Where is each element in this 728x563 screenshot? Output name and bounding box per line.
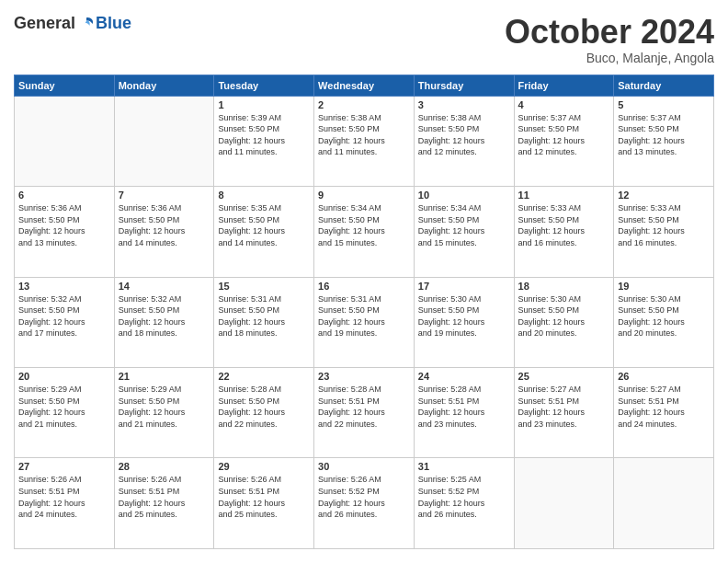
- table-row: 12Sunrise: 5:33 AM Sunset: 5:50 PM Dayli…: [614, 187, 714, 277]
- day-number: 23: [318, 371, 410, 382]
- day-number: 5: [618, 99, 710, 110]
- table-row: 24Sunrise: 5:28 AM Sunset: 5:51 PM Dayli…: [414, 368, 514, 458]
- day-info: Sunrise: 5:34 AM Sunset: 5:50 PM Dayligh…: [418, 202, 510, 248]
- day-number: 14: [119, 281, 210, 292]
- table-row: 9Sunrise: 5:34 AM Sunset: 5:50 PM Daylig…: [314, 187, 415, 277]
- table-row: 1Sunrise: 5:39 AM Sunset: 5:50 PM Daylig…: [214, 96, 314, 186]
- table-row: [114, 96, 214, 186]
- calendar-week-row: 6Sunrise: 5:36 AM Sunset: 5:50 PM Daylig…: [15, 187, 714, 277]
- logo-text: General Blue: [14, 14, 131, 33]
- table-row: 3Sunrise: 5:38 AM Sunset: 5:50 PM Daylig…: [414, 96, 514, 186]
- header-saturday: Saturday: [614, 75, 714, 96]
- day-number: 10: [418, 190, 510, 201]
- table-row: 5Sunrise: 5:37 AM Sunset: 5:50 PM Daylig…: [614, 96, 714, 186]
- calendar-week-row: 1Sunrise: 5:39 AM Sunset: 5:50 PM Daylig…: [15, 96, 714, 186]
- day-info: Sunrise: 5:31 AM Sunset: 5:50 PM Dayligh…: [218, 293, 310, 339]
- day-info: Sunrise: 5:32 AM Sunset: 5:50 PM Dayligh…: [18, 293, 110, 339]
- table-row: 6Sunrise: 5:36 AM Sunset: 5:50 PM Daylig…: [15, 187, 115, 277]
- logo-blue-text: Blue: [96, 14, 131, 33]
- day-number: 15: [218, 281, 310, 292]
- table-row: 19Sunrise: 5:30 AM Sunset: 5:50 PM Dayli…: [614, 277, 714, 367]
- day-number: 19: [618, 281, 710, 292]
- day-info: Sunrise: 5:26 AM Sunset: 5:51 PM Dayligh…: [218, 474, 310, 520]
- calendar-header-row: Sunday Monday Tuesday Wednesday Thursday…: [15, 75, 714, 96]
- day-info: Sunrise: 5:26 AM Sunset: 5:51 PM Dayligh…: [119, 474, 210, 520]
- day-number: 18: [518, 281, 610, 292]
- day-number: 29: [218, 461, 310, 472]
- day-number: 22: [218, 371, 310, 382]
- day-info: Sunrise: 5:38 AM Sunset: 5:50 PM Dayligh…: [318, 112, 410, 158]
- table-row: 31Sunrise: 5:25 AM Sunset: 5:52 PM Dayli…: [414, 458, 514, 549]
- day-info: Sunrise: 5:30 AM Sunset: 5:50 PM Dayligh…: [518, 293, 610, 339]
- logo-general-text: General: [14, 14, 75, 33]
- table-row: 27Sunrise: 5:26 AM Sunset: 5:51 PM Dayli…: [15, 458, 115, 549]
- day-number: 1: [218, 99, 310, 110]
- day-number: 30: [318, 461, 410, 472]
- day-number: 6: [18, 190, 110, 201]
- day-info: Sunrise: 5:26 AM Sunset: 5:51 PM Dayligh…: [18, 474, 110, 520]
- table-row: 7Sunrise: 5:36 AM Sunset: 5:50 PM Daylig…: [114, 187, 214, 277]
- day-number: 24: [418, 371, 510, 382]
- day-number: 13: [18, 281, 110, 292]
- day-info: Sunrise: 5:26 AM Sunset: 5:52 PM Dayligh…: [318, 474, 410, 520]
- table-row: 26Sunrise: 5:27 AM Sunset: 5:51 PM Dayli…: [614, 368, 714, 458]
- day-info: Sunrise: 5:30 AM Sunset: 5:50 PM Dayligh…: [618, 293, 710, 339]
- header-tuesday: Tuesday: [214, 75, 314, 96]
- calendar-week-row: 20Sunrise: 5:29 AM Sunset: 5:50 PM Dayli…: [15, 368, 714, 458]
- day-info: Sunrise: 5:33 AM Sunset: 5:50 PM Dayligh…: [618, 202, 710, 248]
- day-number: 17: [418, 281, 510, 292]
- day-info: Sunrise: 5:33 AM Sunset: 5:50 PM Dayligh…: [518, 202, 610, 248]
- day-info: Sunrise: 5:37 AM Sunset: 5:50 PM Dayligh…: [518, 112, 610, 158]
- day-info: Sunrise: 5:31 AM Sunset: 5:50 PM Dayligh…: [318, 293, 410, 339]
- table-row: 16Sunrise: 5:31 AM Sunset: 5:50 PM Dayli…: [314, 277, 415, 367]
- header: General Blue October 2024 Buco, Malanje,…: [14, 14, 714, 65]
- day-info: Sunrise: 5:37 AM Sunset: 5:50 PM Dayligh…: [618, 112, 710, 158]
- day-info: Sunrise: 5:36 AM Sunset: 5:50 PM Dayligh…: [18, 202, 110, 248]
- page: General Blue October 2024 Buco, Malanje,…: [0, 0, 728, 563]
- table-row: 18Sunrise: 5:30 AM Sunset: 5:50 PM Dayli…: [514, 277, 614, 367]
- day-info: Sunrise: 5:27 AM Sunset: 5:51 PM Dayligh…: [618, 384, 710, 430]
- day-info: Sunrise: 5:38 AM Sunset: 5:50 PM Dayligh…: [418, 112, 510, 158]
- table-row: 4Sunrise: 5:37 AM Sunset: 5:50 PM Daylig…: [514, 96, 614, 186]
- logo-bird-icon: [77, 15, 96, 33]
- day-number: 31: [418, 461, 510, 472]
- day-info: Sunrise: 5:36 AM Sunset: 5:50 PM Dayligh…: [119, 202, 210, 248]
- day-number: 2: [318, 99, 410, 110]
- table-row: 17Sunrise: 5:30 AM Sunset: 5:50 PM Dayli…: [414, 277, 514, 367]
- day-number: 12: [618, 190, 710, 201]
- calendar-week-row: 27Sunrise: 5:26 AM Sunset: 5:51 PM Dayli…: [15, 458, 714, 549]
- table-row: 10Sunrise: 5:34 AM Sunset: 5:50 PM Dayli…: [414, 187, 514, 277]
- day-number: 20: [18, 371, 110, 382]
- table-row: 21Sunrise: 5:29 AM Sunset: 5:50 PM Dayli…: [114, 368, 214, 458]
- day-info: Sunrise: 5:28 AM Sunset: 5:51 PM Dayligh…: [418, 384, 510, 430]
- day-number: 11: [518, 190, 610, 201]
- table-row: 28Sunrise: 5:26 AM Sunset: 5:51 PM Dayli…: [114, 458, 214, 549]
- calendar-week-row: 13Sunrise: 5:32 AM Sunset: 5:50 PM Dayli…: [15, 277, 714, 367]
- table-row: 20Sunrise: 5:29 AM Sunset: 5:50 PM Dayli…: [15, 368, 115, 458]
- table-row: 15Sunrise: 5:31 AM Sunset: 5:50 PM Dayli…: [214, 277, 314, 367]
- month-title: October 2024: [505, 14, 714, 51]
- header-sunday: Sunday: [15, 75, 115, 96]
- day-number: 9: [318, 190, 410, 201]
- table-row: 2Sunrise: 5:38 AM Sunset: 5:50 PM Daylig…: [314, 96, 415, 186]
- table-row: 22Sunrise: 5:28 AM Sunset: 5:50 PM Dayli…: [214, 368, 314, 458]
- table-row: 30Sunrise: 5:26 AM Sunset: 5:52 PM Dayli…: [314, 458, 415, 549]
- title-section: October 2024 Buco, Malanje, Angola: [505, 14, 714, 65]
- day-number: 21: [119, 371, 210, 382]
- day-number: 7: [119, 190, 210, 201]
- day-info: Sunrise: 5:28 AM Sunset: 5:50 PM Dayligh…: [218, 384, 310, 430]
- location: Buco, Malanje, Angola: [505, 51, 714, 65]
- day-info: Sunrise: 5:28 AM Sunset: 5:51 PM Dayligh…: [318, 384, 410, 430]
- table-row: 14Sunrise: 5:32 AM Sunset: 5:50 PM Dayli…: [114, 277, 214, 367]
- table-row: [614, 458, 714, 549]
- day-info: Sunrise: 5:29 AM Sunset: 5:50 PM Dayligh…: [18, 384, 110, 430]
- table-row: [15, 96, 115, 186]
- day-info: Sunrise: 5:29 AM Sunset: 5:50 PM Dayligh…: [119, 384, 210, 430]
- header-friday: Friday: [514, 75, 614, 96]
- table-row: 25Sunrise: 5:27 AM Sunset: 5:51 PM Dayli…: [514, 368, 614, 458]
- day-info: Sunrise: 5:25 AM Sunset: 5:52 PM Dayligh…: [418, 474, 510, 520]
- day-number: 16: [318, 281, 410, 292]
- day-number: 26: [618, 371, 710, 382]
- table-row: [514, 458, 614, 549]
- day-number: 28: [119, 461, 210, 472]
